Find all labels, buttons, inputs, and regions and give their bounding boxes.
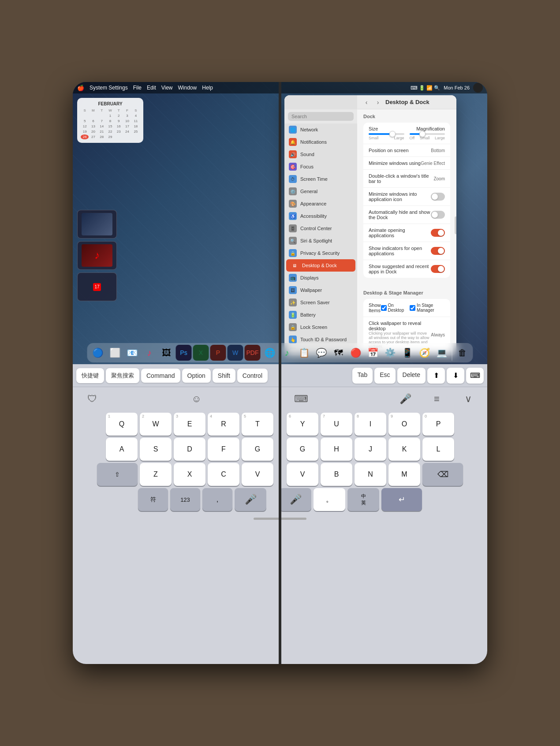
menubar-view[interactable]: View xyxy=(161,85,173,91)
shield-key[interactable]: 🛡 xyxy=(80,389,104,409)
key-p[interactable]: 0P xyxy=(422,413,454,436)
toolbar-tab[interactable]: Tab xyxy=(352,368,373,384)
menubar-app-name[interactable]: System Settings xyxy=(90,85,128,91)
nav-back[interactable]: ‹ xyxy=(362,98,370,106)
dock-chrome[interactable]: 🌐 xyxy=(262,345,278,361)
key-shift[interactable]: ⇧ xyxy=(97,463,138,486)
sidebar-item-lockscreen[interactable]: 🔒 Lock Screen xyxy=(284,321,357,333)
menubar-help[interactable]: Help xyxy=(202,85,213,91)
sidebar-item-desktop[interactable]: 🖥 Desktop & Dock xyxy=(286,259,355,272)
key-chinese[interactable]: 中英 xyxy=(347,488,379,511)
dock-ppt[interactable]: P xyxy=(210,345,226,361)
sidebar-item-siri[interactable]: 🔍 Siri & Spotlight xyxy=(284,235,357,247)
dock-appstore[interactable]: 📱 xyxy=(399,345,415,361)
toolbar-keyboard-hide[interactable]: ⌨ xyxy=(466,368,484,384)
key-q[interactable]: 1Q xyxy=(106,413,138,436)
dock-mail[interactable]: 📧 xyxy=(124,345,140,361)
key-k[interactable]: K xyxy=(388,438,420,461)
key-symbol[interactable]: 符 xyxy=(138,488,168,511)
key-mic-right[interactable]: 🎤 xyxy=(280,488,311,511)
key-return[interactable]: ↵ xyxy=(381,488,422,511)
keyboard-key[interactable]: ⌨ xyxy=(289,389,313,409)
key-r[interactable]: 4R xyxy=(208,413,239,436)
sidebar-item-focus[interactable]: 🎯 Focus xyxy=(284,160,357,173)
key-a[interactable]: A xyxy=(106,438,138,461)
dock-launchpad[interactable]: ⬜ xyxy=(107,345,123,361)
instagemanager-checkbox[interactable] xyxy=(410,305,415,311)
key-o[interactable]: 9O xyxy=(388,413,420,436)
dock-settings[interactable]: ⚙️ xyxy=(382,345,398,361)
key-x[interactable]: X xyxy=(174,463,205,486)
ondesktop-checkbox[interactable] xyxy=(381,305,387,311)
toolbar-delete[interactable]: Delete xyxy=(397,368,426,384)
animate-toggle[interactable] xyxy=(431,229,445,237)
clickwallpaper-value[interactable]: Always xyxy=(431,332,445,337)
dock-cal[interactable]: 📅 xyxy=(365,345,381,361)
sidebar-item-sound[interactable]: 🔊 Sound xyxy=(284,148,357,160)
key-g2[interactable]: G xyxy=(287,438,318,461)
key-h[interactable]: H xyxy=(321,438,352,461)
dock-safari[interactable]: 🧭 xyxy=(417,345,433,361)
dock-photos[interactable]: 🖼 xyxy=(159,345,175,361)
key-b[interactable]: B xyxy=(321,463,352,486)
toolbar-option[interactable]: Option xyxy=(182,369,211,383)
search-input[interactable] xyxy=(288,112,354,121)
mag-slider-track[interactable] xyxy=(410,133,445,135)
user-avatar[interactable] xyxy=(473,83,483,93)
showrecent-toggle[interactable] xyxy=(431,265,445,273)
dock-music[interactable]: ♪ xyxy=(142,345,157,361)
chevron-down-key[interactable]: ∨ xyxy=(456,389,480,409)
sidebar-item-wallpaper[interactable]: 🖼 Wallpaper xyxy=(284,284,357,296)
toolbar-shortcuts[interactable]: 快捷键 xyxy=(76,368,104,383)
key-comma[interactable]: , xyxy=(202,488,232,511)
dock-notes[interactable]: 📋 xyxy=(296,345,312,361)
minimize-row[interactable]: Minimize windows using Genie Effect xyxy=(363,157,450,170)
sidebar-item-controlcenter[interactable]: 🎛 Control Center xyxy=(284,222,357,235)
key-f[interactable]: F xyxy=(208,438,239,461)
toolbar-up-arrow[interactable]: ⬆ xyxy=(427,368,445,384)
menubar-edit[interactable]: Edit xyxy=(147,85,156,91)
doubleclick-row[interactable]: Double-click a window's title bar to Zoo… xyxy=(363,170,450,188)
key-g1[interactable]: G xyxy=(242,438,273,461)
sidebar-item-accessibility[interactable]: ♿ Accessibility xyxy=(284,210,357,222)
key-backspace[interactable]: ⌫ xyxy=(422,463,463,486)
toolbar-shift[interactable]: Shift xyxy=(213,369,235,383)
minimize-icon-toggle[interactable] xyxy=(431,193,445,201)
key-y[interactable]: 6Y xyxy=(287,413,318,436)
app-thumb-2[interactable]: ♪ xyxy=(77,241,117,270)
list-func-key[interactable]: ≡ xyxy=(425,389,449,409)
dock-pdf[interactable]: PDF xyxy=(245,345,261,361)
sidebar-item-battery[interactable]: 🔋 Battery xyxy=(284,309,357,321)
nav-forward[interactable]: › xyxy=(374,98,382,106)
key-l[interactable]: L xyxy=(422,438,454,461)
toolbar-down-arrow[interactable]: ⬇ xyxy=(447,368,464,384)
toolbar-command[interactable]: Command xyxy=(141,369,180,383)
instagemanager-checkbox-label[interactable]: In Stage Manager xyxy=(410,303,445,313)
sidebar-item-notifications[interactable]: 🔔 Notifications xyxy=(284,136,357,148)
menubar-file[interactable]: File xyxy=(133,85,142,91)
dock-trash[interactable]: 🗑 xyxy=(455,345,470,361)
app-thumb-1[interactable] xyxy=(77,210,117,239)
dock-wechat[interactable]: 💬 xyxy=(314,345,329,361)
dock-notes2[interactable]: 💻 xyxy=(434,345,450,361)
key-t[interactable]: 5T xyxy=(242,413,273,436)
sidebar-item-screensaver[interactable]: ✨ Screen Saver xyxy=(284,296,357,309)
dock-ps[interactable]: Ps xyxy=(176,345,192,361)
key-d[interactable]: D xyxy=(174,438,205,461)
key-i[interactable]: 8I xyxy=(355,413,386,436)
toolbar-spotlight[interactable]: 聚焦搜索 xyxy=(106,368,139,383)
sidebar-item-displays[interactable]: 📺 Displays xyxy=(284,272,357,284)
key-v2[interactable]: V xyxy=(287,463,318,486)
key-v1[interactable]: V xyxy=(242,463,273,486)
key-e[interactable]: 3E xyxy=(174,413,205,436)
dock-word[interactable]: W xyxy=(228,345,243,361)
app-thumb-3[interactable]: 17 xyxy=(77,272,117,301)
size-slider-thumb[interactable] xyxy=(389,131,396,137)
sidebar-item-screentime[interactable]: ⏱ Screen Time xyxy=(284,173,357,185)
mag-slider-thumb[interactable] xyxy=(419,131,426,137)
key-w[interactable]: 2W xyxy=(140,413,172,436)
ondesktop-checkbox-label[interactable]: On Desktop xyxy=(381,303,407,313)
emoji-key[interactable]: ☺ xyxy=(184,389,209,409)
toolbar-esc[interactable]: Esc xyxy=(374,368,395,384)
sidebar-item-appearance[interactable]: 🎨 Appearance xyxy=(284,198,357,210)
